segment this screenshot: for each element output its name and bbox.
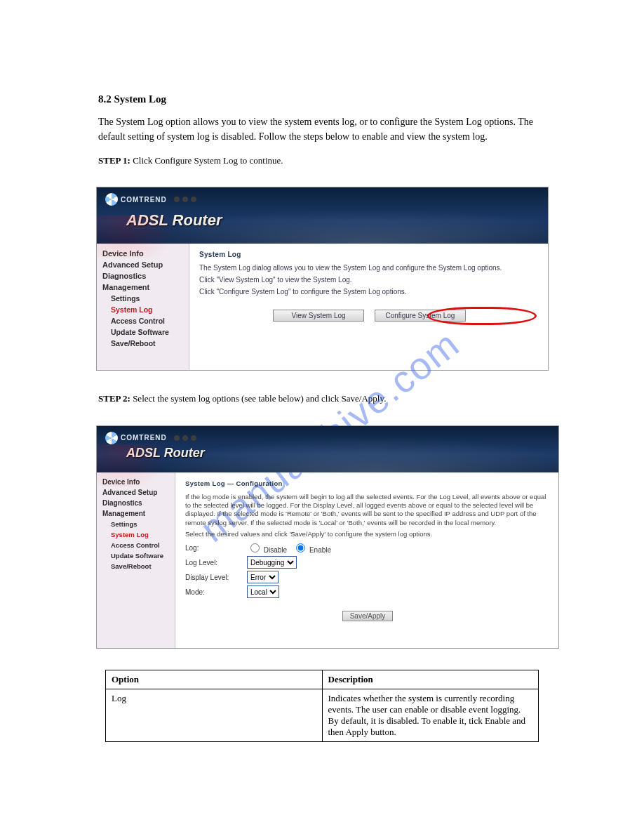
nav-settings[interactable]: Settings xyxy=(102,519,170,529)
doc-section: 8.2 System Log The System Log option all… xyxy=(0,91,644,187)
logo-icon xyxy=(105,193,118,206)
mode-row: Mode: Local xyxy=(185,585,550,598)
mode-label: Mode: xyxy=(185,588,241,596)
radio-enable[interactable] xyxy=(296,543,305,552)
sidebar: Device Info Advanced Setup Diagnostics M… xyxy=(97,472,175,648)
content-p2: Click "View System Log" to view the Syst… xyxy=(199,276,539,284)
nav-system-log[interactable]: System Log xyxy=(102,529,170,540)
table-row: Log Indicates whether the system is curr… xyxy=(106,689,539,741)
nav-settings[interactable]: Settings xyxy=(102,293,185,304)
displaylevel-row: Display Level: Error xyxy=(185,571,550,583)
content-p3: Click "Configure System Log" to configur… xyxy=(199,288,539,296)
content-area: System Log The System Log dialog allows … xyxy=(189,244,548,370)
banner: COMTREND ADSL Router xyxy=(97,426,558,472)
router-panel-1: COMTREND ADSL Router Device Info Advance… xyxy=(96,187,549,371)
banner-title: ADSL Router xyxy=(126,446,205,461)
log-label: Log: xyxy=(185,544,241,552)
table-cell-description: Indicates whether the system is currentl… xyxy=(322,689,539,741)
intro-paragraph: The System Log option allows you to view… xyxy=(98,114,546,144)
logo-icon xyxy=(105,432,118,444)
log-row: Log: Disable Enable xyxy=(185,541,550,554)
brand-text: COMTREND xyxy=(121,434,167,442)
content-title: System Log xyxy=(199,251,539,258)
nav-save-reboot[interactable]: Save/Reboot xyxy=(102,338,185,349)
configure-system-log-button[interactable]: Configure System Log xyxy=(375,310,466,322)
nav-access-control[interactable]: Access Control xyxy=(102,540,170,550)
radio-disable[interactable] xyxy=(250,543,260,552)
brand-text: COMTREND xyxy=(121,196,167,204)
nav-save-reboot[interactable]: Save/Reboot xyxy=(102,561,170,571)
config-para1: If the log mode is enabled, the system w… xyxy=(185,493,550,527)
displaylevel-select[interactable]: Error xyxy=(247,571,279,583)
step1-heading: STEP 1: Click Configure System Log to co… xyxy=(98,154,546,168)
banner-dots xyxy=(174,435,196,441)
table-header-option: Option xyxy=(106,670,323,689)
nav-device-info[interactable]: Device Info xyxy=(102,248,185,259)
banner: COMTREND ADSL Router xyxy=(97,187,548,244)
nav-update-software[interactable]: Update Software xyxy=(102,326,185,338)
nav-diagnostics[interactable]: Diagnostics xyxy=(102,498,170,508)
nav-management[interactable]: Management xyxy=(102,282,185,293)
view-system-log-button[interactable]: View System Log xyxy=(273,310,364,322)
log-enable-option[interactable]: Enable xyxy=(293,541,331,554)
banner-dots xyxy=(174,197,196,202)
step2-heading: STEP 2: Select the system log options (s… xyxy=(98,392,546,406)
section-heading: 8.2 System Log xyxy=(98,91,546,107)
step2-block: STEP 2: Select the system log options (s… xyxy=(0,392,644,425)
content-title: System Log — Configuration xyxy=(185,479,550,487)
brand-logo: COMTREND xyxy=(105,193,196,206)
content-area: System Log — Configuration If the log mo… xyxy=(175,472,558,648)
mode-select[interactable]: Local xyxy=(247,585,279,598)
nav-diagnostics[interactable]: Diagnostics xyxy=(102,270,185,282)
content-p1: The System Log dialog allows you to view… xyxy=(199,264,539,272)
nav-device-info[interactable]: Device Info xyxy=(102,477,170,487)
nav-management[interactable]: Management xyxy=(102,508,170,519)
nav-advanced-setup[interactable]: Advanced Setup xyxy=(102,259,185,270)
table-header-description: Description xyxy=(322,670,539,689)
loglevel-row: Log Level: Debugging xyxy=(185,556,550,569)
nav-advanced-setup[interactable]: Advanced Setup xyxy=(102,487,170,498)
loglevel-select[interactable]: Debugging xyxy=(247,556,297,569)
log-disable-option[interactable]: Disable xyxy=(247,541,287,554)
options-table: Option Description Log Indicates whether… xyxy=(105,670,539,742)
brand-logo: COMTREND xyxy=(105,432,196,444)
nav-access-control[interactable]: Access Control xyxy=(102,315,185,326)
router-panel-2: COMTREND ADSL Router Device Info Advance… xyxy=(96,425,559,649)
config-para2: Select the desired values and click 'Sav… xyxy=(185,530,550,538)
loglevel-label: Log Level: xyxy=(185,559,241,567)
nav-system-log[interactable]: System Log xyxy=(102,304,185,315)
save-apply-button[interactable]: Save/Apply xyxy=(342,611,394,621)
banner-title: ADSL Router xyxy=(126,211,222,230)
table-cell-option: Log xyxy=(106,689,323,741)
nav-update-software[interactable]: Update Software xyxy=(102,550,170,561)
displaylevel-label: Display Level: xyxy=(185,574,241,581)
sidebar: Device Info Advanced Setup Diagnostics M… xyxy=(97,244,189,370)
